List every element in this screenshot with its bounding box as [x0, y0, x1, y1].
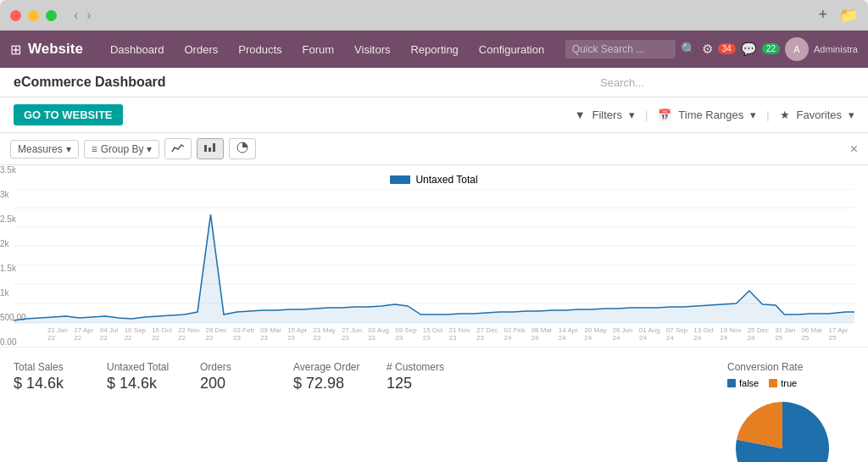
measures-button[interactable]: Measures ▾	[10, 140, 79, 159]
pie-legend: false true	[727, 378, 837, 388]
pie-true-color	[769, 379, 777, 387]
average-order-label: Average Order	[293, 361, 366, 373]
main-search-input[interactable]	[600, 76, 854, 89]
nav-item-dashboard[interactable]: Dashboard	[100, 31, 175, 68]
close-chart-button[interactable]: ×	[850, 142, 858, 157]
folder-button[interactable]: 📁	[839, 6, 858, 25]
line-chart	[14, 189, 854, 325]
nav-item-products[interactable]: Products	[228, 31, 292, 68]
action-bar: GO TO WEBSITE ▼ Filters ▾ | 📅 Time Range…	[0, 97, 868, 133]
chart-svg	[14, 189, 854, 325]
apps-grid-icon[interactable]: ⊞	[10, 42, 21, 58]
filters-dropdown-icon[interactable]: ▾	[629, 109, 635, 121]
pie-true-label: true	[781, 378, 797, 388]
total-sales-label: Total Sales	[14, 361, 86, 373]
chart-legend: Untaxed Total	[14, 174, 854, 186]
customers-value: 125	[387, 375, 459, 392]
untaxed-total-value: $ 14.6k	[107, 375, 180, 392]
favorites-button[interactable]: Favorites	[797, 109, 842, 121]
legend-color-box	[390, 175, 410, 184]
messages-badge: 22	[762, 43, 780, 54]
maximize-button[interactable]	[46, 10, 57, 21]
untaxed-total-block: Untaxed Total $ 14.6k	[107, 361, 200, 462]
nav-item-forum[interactable]: Forum	[292, 31, 345, 68]
svg-rect-0	[204, 145, 207, 152]
subheader-right	[600, 76, 854, 89]
average-order-block: Average Order $ 72.98	[293, 361, 387, 462]
legend-true: true	[769, 378, 797, 388]
group-by-button[interactable]: ≡ Group By ▾	[84, 140, 160, 159]
stats-section: Total Sales $ 14.6k Untaxed Total $ 14.6…	[0, 347, 868, 462]
svg-marker-12	[14, 214, 854, 323]
quick-search-input[interactable]	[565, 40, 676, 58]
orders-label: Orders	[200, 361, 273, 373]
nav-arrows: ‹ ›	[74, 8, 92, 23]
conversion-title: Conversion Rate	[727, 361, 837, 373]
orders-value: 200	[200, 375, 273, 392]
pie-chart-button[interactable]	[229, 138, 256, 159]
line-chart-button[interactable]	[164, 138, 192, 159]
close-button[interactable]	[10, 10, 21, 21]
nav-back-button[interactable]: ‹	[74, 8, 78, 23]
x-axis-labels: 21 Jan 22 27 Apr 22 04 Jul 22 10 Sep 22 …	[14, 326, 854, 342]
nav-forward-button[interactable]: ›	[86, 8, 91, 23]
admin-label: Administra	[814, 44, 858, 54]
svg-rect-2	[213, 143, 215, 152]
avatar[interactable]: A	[785, 37, 809, 61]
filter-icon: ▼	[575, 109, 586, 121]
group-by-icon: ≡	[92, 143, 97, 155]
filters-button[interactable]: Filters	[593, 109, 622, 121]
search-icon[interactable]: 🔍	[681, 42, 697, 57]
bar-chart-button[interactable]	[197, 138, 224, 159]
total-sales-value: $ 14.6k	[14, 375, 86, 392]
customers-label: # Customers	[387, 361, 459, 373]
star-icon: ★	[780, 109, 790, 121]
topnav-right: 🔍 ⚙ 34 💬 22 A Administra	[565, 37, 858, 61]
calendar-icon: 📅	[658, 109, 671, 121]
messages-icon[interactable]: 💬	[741, 42, 757, 57]
orders-block: Orders 200	[200, 361, 293, 462]
untaxed-total-label: Untaxed Total	[107, 361, 180, 373]
time-ranges-button[interactable]: Time Ranges	[678, 109, 743, 121]
add-tab-button[interactable]: +	[818, 6, 827, 25]
main-content: Measures ▾ ≡ Group By ▾ × Untaxed Total	[0, 133, 868, 462]
time-ranges-dropdown-icon[interactable]: ▾	[750, 109, 756, 121]
pie-false-color	[727, 379, 736, 387]
minimize-button[interactable]	[28, 10, 39, 21]
chart-toolbar: Measures ▾ ≡ Group By ▾ ×	[0, 133, 868, 165]
top-navigation: ⊞ Website Dashboard Orders Products Foru…	[0, 31, 868, 68]
brand-logo[interactable]: Website	[28, 41, 83, 58]
total-sales-block: Total Sales $ 14.6k	[14, 361, 107, 462]
average-order-value: $ 72.98	[293, 375, 366, 392]
legend-false: false	[727, 378, 759, 388]
nav-item-orders[interactable]: Orders	[174, 31, 228, 68]
main-menu: Dashboard Orders Products Forum Visitors…	[100, 31, 565, 68]
window-chrome: ‹ › + 📁	[0, 0, 868, 31]
notification-badge[interactable]: 34	[718, 43, 736, 54]
nav-item-reporting[interactable]: Reporting	[400, 31, 468, 68]
legend-label: Untaxed Total	[415, 174, 477, 186]
pie-false-label: false	[739, 378, 759, 388]
subheader: eCommerce Dashboard	[0, 68, 868, 97]
nav-item-configuration[interactable]: Configuration	[469, 31, 554, 68]
pie-chart-svg	[727, 393, 837, 462]
page-title: eCommerce Dashboard	[14, 75, 166, 90]
window-actions: + 📁	[818, 6, 858, 25]
go-to-website-button[interactable]: GO TO WEBSITE	[14, 104, 123, 125]
customers-block: # Customers 125	[387, 361, 480, 462]
favorites-dropdown-icon[interactable]: ▾	[849, 109, 854, 121]
svg-rect-1	[209, 148, 211, 152]
settings-icon[interactable]: ⚙	[702, 42, 713, 57]
nav-item-visitors[interactable]: Visitors	[344, 31, 400, 68]
chart-area: Untaxed Total 3.5k 3k 2.5k 2k 1.5k 1k 50…	[0, 165, 868, 347]
conversion-rate-block: Conversion Rate false true	[727, 361, 854, 462]
